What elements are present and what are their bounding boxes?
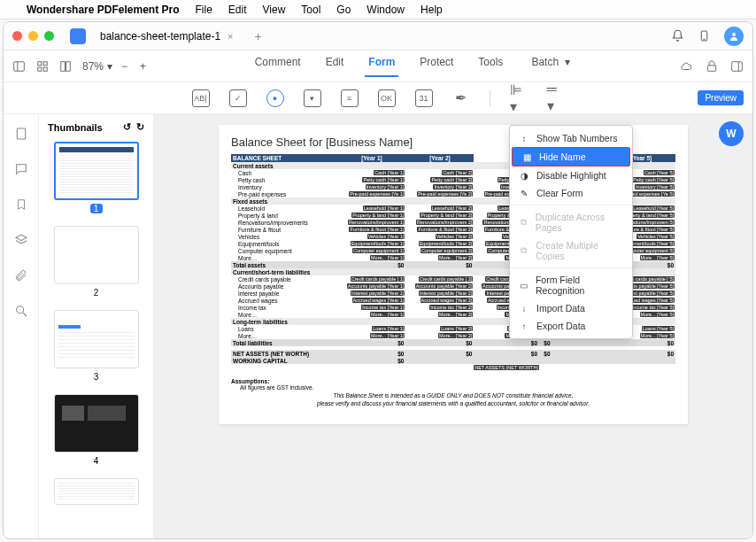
thumbnail-page-5[interactable] xyxy=(54,478,139,505)
zoom-value[interactable]: 87% xyxy=(82,60,104,73)
form-field[interactable]: Vehicles [Year 2] xyxy=(436,234,474,239)
form-field[interactable]: Interest payable [Year 1] xyxy=(351,290,405,296)
form-field[interactable]: Cash [Year 2] xyxy=(442,170,473,175)
tab-form[interactable]: Form xyxy=(365,56,398,77)
mobile-icon[interactable] xyxy=(698,29,710,43)
tab-comment[interactable]: Comment xyxy=(251,56,305,77)
form-field[interactable]: Loans [Year 5] xyxy=(642,326,675,331)
zoom-in-button[interactable]: + xyxy=(140,60,146,73)
form-field[interactable]: More... [Year 5] xyxy=(640,333,675,338)
grid-view-icon[interactable] xyxy=(36,60,49,73)
form-field[interactable]: More... [Year 2] xyxy=(438,333,473,338)
form-field[interactable]: Equipment/tools [Year 1] xyxy=(351,241,405,246)
tab-close-button[interactable]: × xyxy=(228,31,233,42)
list-tool-icon[interactable]: ≡ xyxy=(341,89,359,107)
form-field[interactable]: Property & land [Year 1] xyxy=(351,213,405,218)
form-field[interactable]: Cash [Year 5] xyxy=(644,170,675,175)
close-window-button[interactable] xyxy=(12,31,22,41)
form-field[interactable]: Inventory [Year 1] xyxy=(366,184,405,190)
form-field[interactable]: Interest payable [Year 2] xyxy=(419,290,473,296)
dropdown-item[interactable]: ↑Export Data xyxy=(510,317,632,335)
form-field[interactable]: Petty cash [Year 5] xyxy=(632,177,675,182)
menu-go[interactable]: Go xyxy=(336,4,351,16)
form-field[interactable]: Petty cash [Year 1] xyxy=(362,177,405,182)
menu-view[interactable]: View xyxy=(263,4,286,16)
form-field[interactable]: Accrued wages [Year 1] xyxy=(352,298,405,303)
text-field-tool-icon[interactable]: AB| xyxy=(192,89,210,107)
form-field[interactable]: NET ASSETS (NET WORTH) xyxy=(474,365,539,370)
bookmarks-rail-icon[interactable] xyxy=(15,197,27,212)
form-field[interactable]: Computer equipment 2] xyxy=(420,248,473,253)
tab-tools[interactable]: Tools xyxy=(474,56,506,77)
form-field[interactable]: More... [Year 2] xyxy=(438,255,473,260)
form-field[interactable]: Income tax [Year 2] xyxy=(429,305,473,310)
menu-file[interactable]: File xyxy=(196,4,212,16)
form-field[interactable]: Accounts payable [Year 2] xyxy=(415,283,474,289)
form-field[interactable]: Inventory [Year 5] xyxy=(635,184,675,190)
form-field[interactable]: Renovations/improvem 2] xyxy=(416,220,473,225)
tab-edit[interactable]: Edit xyxy=(322,56,348,77)
app-name[interactable]: Wondershare PDFelement Pro xyxy=(27,4,180,16)
align-tool-icon[interactable]: ⊫ ▾ xyxy=(510,89,528,107)
user-avatar[interactable] xyxy=(724,27,744,46)
form-field[interactable]: Income tax [Year 1] xyxy=(361,305,405,310)
cloud-icon[interactable] xyxy=(679,60,693,73)
bell-icon[interactable] xyxy=(671,29,684,43)
minimize-window-button[interactable] xyxy=(28,31,38,41)
date-tool-icon[interactable]: 31 xyxy=(415,89,433,107)
thumbnail-page-1[interactable] xyxy=(54,142,139,200)
thumbnail-page-4[interactable] xyxy=(54,394,139,453)
dropdown-item[interactable]: ▦Hide Name xyxy=(512,147,630,166)
new-tab-button[interactable]: + xyxy=(255,29,262,43)
menu-tool[interactable]: Tool xyxy=(301,4,320,16)
dropdown-tool-icon[interactable]: ▾ xyxy=(304,89,321,107)
form-field[interactable]: More... [Year 1] xyxy=(370,255,405,260)
form-field[interactable]: Accounts payable [Year 1] xyxy=(347,283,405,289)
sidebar-toggle-icon[interactable] xyxy=(12,60,26,73)
zoom-dropdown-icon[interactable]: ▾ xyxy=(107,60,112,73)
dropdown-item[interactable]: ↓Import Data xyxy=(510,299,632,317)
form-field[interactable]: Loans [Year 2] xyxy=(440,326,473,331)
form-field[interactable]: Vehicles [Year 1] xyxy=(367,234,405,239)
layers-rail-icon[interactable] xyxy=(14,233,28,247)
form-field[interactable]: Credit cards payable [ 1] xyxy=(351,276,405,282)
attachments-rail-icon[interactable] xyxy=(14,268,27,283)
form-field[interactable]: Leasehold [Year 5] xyxy=(632,205,675,211)
maximize-window-button[interactable] xyxy=(44,31,54,41)
thumbnails-rail-icon[interactable] xyxy=(14,127,28,141)
comments-rail-icon[interactable] xyxy=(14,162,28,176)
form-field[interactable]: More... [Year 5] xyxy=(640,255,675,260)
checkbox-tool-icon[interactable]: ✓ xyxy=(229,89,247,107)
signature-tool-icon[interactable]: ✒ xyxy=(452,89,470,107)
form-field[interactable]: Loans [Year 1] xyxy=(372,326,405,331)
form-field[interactable]: More... [Year 1] xyxy=(370,312,405,317)
menu-window[interactable]: Window xyxy=(366,4,405,16)
form-field[interactable]: Credit cards payable [ 2] xyxy=(419,276,474,282)
form-field[interactable]: Leasehold [Year 2] xyxy=(431,205,474,211)
form-field[interactable]: Pre-paid expenses [Ye 2] xyxy=(417,191,473,197)
form-field[interactable]: Pre-paid expenses [Ye 1] xyxy=(349,191,405,197)
form-field[interactable]: Accrued wages [Year 2] xyxy=(420,298,474,303)
form-field[interactable]: Furniture & fitout [Year 2] xyxy=(417,227,473,232)
dropdown-item[interactable]: ▭Form Field Recognition xyxy=(510,271,632,299)
word-float-button[interactable]: W xyxy=(719,121,744,146)
dropdown-item[interactable]: ✎Clear Form xyxy=(510,184,632,202)
thumbnail-page-2[interactable] xyxy=(54,226,139,284)
share-icon[interactable] xyxy=(706,59,718,73)
form-field[interactable]: Property & land [Year 2] xyxy=(420,213,473,218)
menu-edit[interactable]: Edit xyxy=(228,4,247,16)
dropdown-item[interactable]: ◑Disable Highlight xyxy=(510,166,632,184)
preview-button[interactable]: Preview xyxy=(698,90,744,105)
form-field[interactable]: Equipment/tools [Year 2] xyxy=(419,241,474,246)
more-tool-icon[interactable]: ═ ▾ xyxy=(547,89,565,107)
form-field[interactable]: Petty cash [Year 2] xyxy=(430,177,473,182)
tab-batch[interactable]: Batch ▾ xyxy=(524,56,574,77)
form-field[interactable]: Furniture & fitout [Year 1] xyxy=(349,227,405,232)
form-field[interactable]: Inventory [Year 2] xyxy=(433,184,473,190)
form-field[interactable]: More... [Year 5] xyxy=(640,312,675,317)
form-field[interactable]: Computer equipment 1] xyxy=(352,248,405,253)
search-rail-icon[interactable] xyxy=(14,304,28,318)
button-tool-icon[interactable]: OK xyxy=(378,89,396,107)
form-field[interactable]: More... [Year 1] xyxy=(370,333,405,338)
panel-right-icon[interactable] xyxy=(730,60,744,73)
